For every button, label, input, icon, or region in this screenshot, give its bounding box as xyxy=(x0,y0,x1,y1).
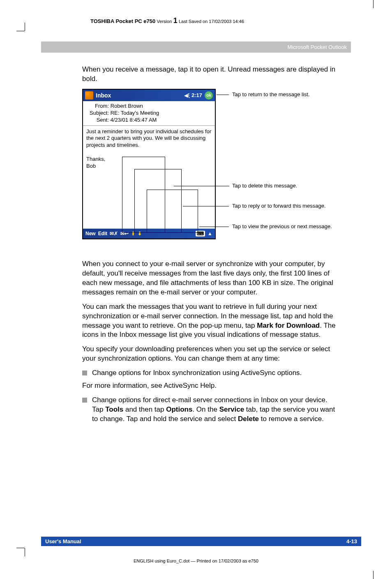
callouts-column: Tap to return to the message list. Tap t… xyxy=(224,89,339,249)
callout-ok: Tap to return to the message list. xyxy=(232,91,310,97)
bullet-item: Change options for Inbox synchronization… xyxy=(82,368,339,378)
tools-bold: Tools xyxy=(105,405,123,413)
sent-value: 4/23/01 8:45:47 AM xyxy=(111,117,157,123)
bullet-2-text: Change options for direct e-mail server … xyxy=(92,396,339,424)
clock: 2:17 xyxy=(191,92,202,98)
paragraph-2: When you connect to your e-mail server o… xyxy=(82,259,339,297)
new-button[interactable]: New xyxy=(85,231,96,236)
subject-label: Subject: xyxy=(86,110,109,117)
callout-delete: Tap to delete this message. xyxy=(232,183,297,189)
print-footer: ENGLISH using Euro_C.dot — Printed on 17… xyxy=(0,558,392,563)
options-bold: Options xyxy=(166,405,192,413)
callout-line xyxy=(199,227,229,227)
callout-box xyxy=(147,190,198,233)
section-title-bar: Microsoft Pocket Outlook xyxy=(41,42,351,53)
footer-bar: User's Manual 4-13 xyxy=(41,537,361,546)
footer-right: 4-13 xyxy=(346,538,357,544)
version-number: 1 xyxy=(173,16,178,25)
message-body: Just a reminder to bring your individual… xyxy=(83,126,215,229)
up-arrow-icon[interactable]: ▲ xyxy=(208,231,212,236)
product-name: TOSHIBA Pocket PC e750 xyxy=(90,18,155,24)
start-icon[interactable] xyxy=(85,91,93,100)
callout-line xyxy=(174,186,229,186)
callout-nav: Tap to view the previous or next message… xyxy=(232,223,332,229)
callout-line xyxy=(217,95,229,95)
callout-line xyxy=(183,206,229,206)
from-label: From: xyxy=(86,103,109,110)
text: and then tap xyxy=(123,405,166,413)
mark-download: Mark for Download xyxy=(257,322,320,329)
footer-left: User's Manual xyxy=(45,538,81,544)
service-bold: Service xyxy=(219,405,244,413)
last-saved: Last Saved on 17/02/2003 14:46 xyxy=(179,19,244,24)
bullet-icon xyxy=(82,398,87,403)
ok-label: ok xyxy=(206,93,211,97)
body-line-1: Just a reminder to bring your individual… xyxy=(86,128,212,149)
page-header: TOSHIBA Pocket PC e750 Version 1 Last Sa… xyxy=(41,16,351,25)
paragraph-5: For more information, see ActiveSync Hel… xyxy=(82,381,339,391)
subject-value: RE: Today's Meeting xyxy=(111,110,159,116)
delete-icon[interactable]: ✉✗ xyxy=(110,231,118,236)
speaker-icon[interactable]: ◀ξ xyxy=(184,93,190,98)
paragraph-4: You specify your downloading preferences… xyxy=(82,345,339,364)
pocket-pc-window: Inbox ◀ξ 2:17 ok From: Robert Brown Subj… xyxy=(82,89,216,239)
section-title: Microsoft Pocket Outlook xyxy=(288,44,347,50)
from-value: Robert Brown xyxy=(111,103,143,109)
intro-text: When you receive a message, tap it to op… xyxy=(82,65,339,84)
bullet-1-text: Change options for Inbox synchronization… xyxy=(92,368,302,378)
titlebar: Inbox ◀ξ 2:17 ok xyxy=(83,90,215,101)
sent-label: Sent: xyxy=(86,117,109,124)
message-header: From: Robert Brown Subject: RE: Today's … xyxy=(83,101,215,126)
text: to remove a service. xyxy=(259,415,324,423)
callout-reply: Tap to reply or to forward this message. xyxy=(232,203,326,209)
edit-button[interactable]: Edit xyxy=(98,231,108,236)
paragraph-3: You can mark the messages that you want … xyxy=(82,302,339,340)
bullet-item: Change options for direct e-mail server … xyxy=(82,396,339,424)
ok-button[interactable]: ok xyxy=(205,91,213,100)
text: . On the xyxy=(192,405,219,413)
bullet-icon xyxy=(82,371,87,375)
delete-bold: Delete xyxy=(238,415,259,423)
version-label: Version xyxy=(157,19,172,24)
app-title: Inbox xyxy=(96,92,184,99)
